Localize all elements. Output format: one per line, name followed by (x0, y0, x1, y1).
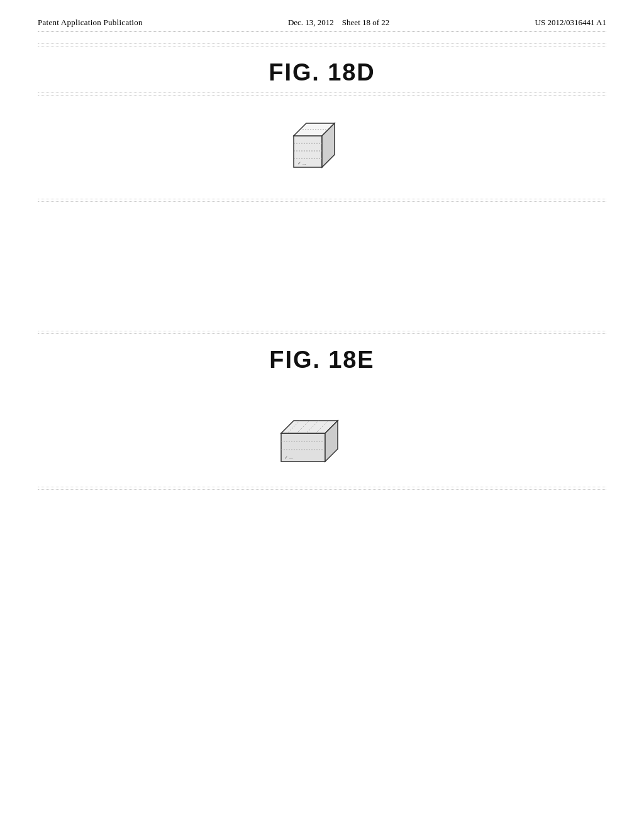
spacer (0, 205, 644, 331)
fig-18d-cube-svg: ✓ ... (281, 117, 344, 183)
dotted-line (38, 92, 606, 93)
header-divider (38, 31, 606, 32)
dotted-line (38, 95, 606, 96)
dotted-lines-above-18e (38, 331, 606, 334)
header-sheet-info: Sheet 18 of 22 (342, 18, 389, 27)
page-header: Patent Application Publication Dec. 13, … (0, 0, 644, 28)
page: Patent Application Publication Dec. 13, … (0, 0, 644, 830)
svg-text:✓ ...: ✓ ... (297, 161, 306, 165)
dotted-line (38, 489, 606, 490)
dotted-lines-mid-18d (38, 92, 606, 96)
dotted-line (38, 199, 606, 199)
dotted-lines-above-18d (38, 43, 606, 47)
fig-18d-label: FIG. 18D (0, 59, 644, 86)
figure-18e-section: FIG. 18E ✓ ... (0, 331, 644, 490)
dotted-lines-below-18d (38, 199, 606, 202)
header-date: Dec. 13, 2012 Sheet 18 of 22 (288, 18, 389, 28)
dotted-line (38, 487, 606, 487)
fig-18e-box-svg: ✓ ... (272, 411, 353, 471)
fig-18e-label: FIG. 18E (0, 346, 644, 374)
dotted-line (38, 43, 606, 44)
dotted-line (38, 333, 606, 334)
dotted-lines-below-18e (38, 487, 606, 490)
header-patent-number: US 2012/0316441 A1 (535, 18, 606, 28)
dotted-line (38, 201, 606, 202)
figure-18d-section: FIG. 18D ✓ ... (0, 43, 644, 202)
header-publication-type: Patent Application Publication (38, 18, 143, 28)
fig-18d-diagram: ✓ ... (0, 98, 644, 196)
fig-18e-diagram: ✓ ... (0, 380, 644, 484)
svg-text:✓ ...: ✓ ... (284, 455, 293, 460)
dotted-line (38, 46, 606, 47)
dotted-line (38, 331, 606, 331)
